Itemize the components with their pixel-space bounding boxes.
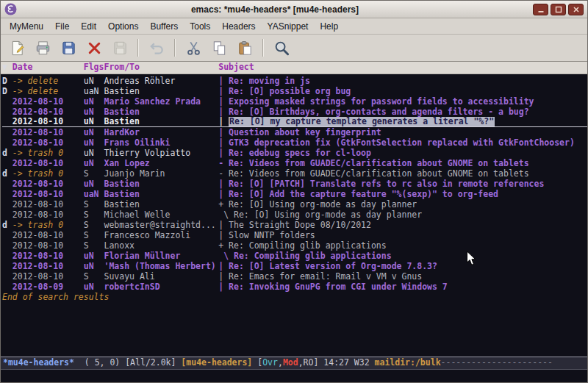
thread-indicator: + — [218, 240, 229, 251]
save-as-button[interactable] — [108, 37, 132, 59]
thread-indicator: - — [218, 168, 229, 179]
save-button[interactable] — [57, 37, 80, 59]
message-subject: Question about key fingerprint — [229, 127, 381, 137]
thread-indicator: + — [218, 199, 229, 210]
message-row[interactable]: 2012-08-10uN'Mash (Thomas Herbert)| Re: … — [2, 261, 587, 271]
message-row[interactable]: D-> deleteuNAndreas Röhler| Re: moving i… — [2, 76, 587, 86]
copy-button[interactable] — [207, 37, 231, 59]
menu-options[interactable]: Options — [102, 20, 144, 33]
thread-indicator: - — [218, 158, 229, 168]
message-from: Bastien — [104, 86, 218, 96]
message-row[interactable]: 2012-08-09uNrobertcInSD| Re: Invoking Gn… — [2, 282, 587, 292]
message-row[interactable]: 2012-08-10uNBastien| Re: [O] Birthdays, … — [2, 107, 587, 117]
column-header-flags[interactable]: Flgs — [84, 62, 104, 73]
message-row[interactable]: 2012-08-10uNBastien| Re: [O] my capture … — [2, 117, 587, 127]
message-row[interactable]: 2012-08-10uNHardKor| Question about key … — [2, 127, 587, 137]
menu-tools[interactable]: Tools — [184, 20, 216, 33]
message-row[interactable]: 2012-08-10uNBastien| Re: [O] [PATCH] Tra… — [2, 179, 587, 189]
message-date: -> delete — [12, 76, 84, 86]
thread-indicator: \ — [218, 251, 234, 261]
message-row[interactable]: d-> trash 0uNThierry Volpiatto| Re: edeb… — [2, 148, 587, 158]
menu-mymenu[interactable]: MyMenu — [4, 20, 49, 33]
message-row[interactable]: 2012-08-10SFrancesco Mazzoli| Slow NNTP … — [2, 230, 587, 240]
menu-edit[interactable]: Edit — [75, 20, 102, 33]
message-row[interactable]: 2012-08-10uNXan Lopez- Re: Videos from G… — [2, 158, 587, 168]
message-mark: d — [2, 220, 12, 230]
header-line: ▼DateFlgsFrom/ToSubject — [1, 62, 587, 74]
message-row[interactable]: 2012-08-10uNFlorian Müllner \ Re: Compil… — [2, 251, 587, 261]
message-row[interactable]: d-> trash 0Swebmaster@straightd...| The … — [2, 220, 587, 230]
message-row[interactable]: 2012-08-10SBastien+ Re: [O] Using org-mo… — [2, 199, 587, 210]
search-button[interactable] — [270, 37, 293, 59]
sort-arrow-icon: ▼ — [2, 62, 12, 73]
open-file-button[interactable] — [31, 37, 54, 59]
cut-button[interactable] — [182, 37, 205, 59]
echo-area[interactable] — [1, 370, 587, 382]
cut-icon — [185, 40, 202, 57]
message-date: 2012-08-10 — [12, 210, 84, 220]
message-flags: uN — [84, 127, 104, 137]
message-row[interactable]: 2012-08-10uNFrans Oilinki| GTK3 deprecat… — [2, 137, 587, 148]
menu-help[interactable]: Help — [314, 20, 344, 33]
message-flags: uN — [84, 261, 104, 271]
thread-indicator: | — [218, 96, 229, 107]
modeline-segment: 14:27 — [323, 357, 354, 368]
message-from: Thierry Volpiatto — [104, 148, 218, 158]
message-row[interactable]: 2012-08-10SLanoxx+ Re: Compiling glib ap… — [2, 240, 587, 251]
kill-buffer-button[interactable] — [82, 37, 106, 59]
message-flags: S — [84, 210, 104, 220]
message-from: Bastien — [104, 199, 218, 210]
message-row[interactable]: 2012-08-10SSuvayu Ali| Re: Emacs for ema… — [2, 271, 587, 282]
message-row[interactable]: d-> trash 0SJuanjo Marin- Re: Videos fro… — [2, 168, 587, 179]
menu-headers[interactable]: Headers — [216, 20, 261, 33]
thread-indicator: | — [218, 230, 229, 240]
message-flags: S — [84, 220, 104, 230]
message-flags: uN — [84, 76, 104, 86]
message-date: -> trash 0 — [12, 220, 84, 230]
close-button[interactable] — [568, 4, 584, 15]
message-flags: S — [84, 199, 104, 210]
message-flags: uN — [84, 117, 104, 126]
thread-indicator: | — [218, 107, 229, 117]
message-from: Juanjo Marin — [104, 168, 218, 179]
message-date: -> delete — [12, 86, 84, 96]
minimize-button[interactable] — [533, 4, 548, 15]
menu-buffers[interactable]: Buffers — [144, 20, 184, 33]
modeline-segment: maildir:/bulk — [375, 357, 441, 368]
paste-button[interactable] — [233, 37, 257, 59]
menu-yasnippet[interactable]: YASnippet — [262, 20, 315, 33]
message-from: Francesco Mazzoli — [104, 230, 218, 240]
new-file-button[interactable] — [5, 37, 29, 59]
message-row[interactable]: 2012-08-10SMichael Welle \ Re: [O] Using… — [2, 210, 587, 220]
modeline-segment: [All/2.0k] — [125, 357, 181, 368]
message-date: 2012-08-10 — [12, 271, 84, 282]
column-header-from[interactable]: From/To — [104, 62, 218, 73]
message-from: Mario Sanchez Prada — [104, 96, 218, 107]
save-icon — [60, 40, 77, 57]
message-flags: S — [84, 230, 104, 240]
thread-indicator: | — [218, 137, 229, 148]
emacs-window: emacs: *mu4e-headers* [mu4e-headers] MyM… — [0, 0, 588, 383]
thread-indicator: | — [218, 86, 229, 96]
message-subject: Re: [O] Using org-mode as day planner — [234, 210, 422, 220]
title-bar[interactable]: emacs: *mu4e-headers* [mu4e-headers] — [1, 1, 587, 18]
kill-buffer-icon — [86, 40, 103, 57]
column-header-date[interactable]: Date — [12, 62, 84, 73]
window-title: emacs: *mu4e-headers* [mu4e-headers] — [17, 4, 533, 15]
maximize-button[interactable] — [551, 4, 566, 15]
message-date: -> trash 0 — [12, 148, 84, 158]
message-from: Lanoxx — [104, 240, 218, 251]
close-icon — [573, 6, 580, 13]
message-row[interactable]: 2012-08-10uNMario Sanchez Prada| Exposin… — [2, 96, 587, 107]
message-date: 2012-08-10 — [12, 240, 84, 251]
message-flags: uN — [84, 158, 104, 168]
message-row[interactable]: D-> deleteuaNBastien| Re: [O] possible o… — [2, 86, 587, 96]
message-flags: uN — [84, 137, 104, 148]
undo-button[interactable] — [145, 37, 168, 59]
menu-file[interactable]: File — [49, 20, 75, 33]
column-header-subject[interactable]: Subject — [218, 62, 254, 73]
message-flags: uN — [84, 179, 104, 189]
message-date: 2012-08-10 — [12, 96, 84, 107]
message-row[interactable]: 2012-08-10uaNBastien| Re: [O] Add the ca… — [2, 189, 587, 199]
message-subject: Re: [O] my capture template generates a … — [229, 117, 495, 126]
